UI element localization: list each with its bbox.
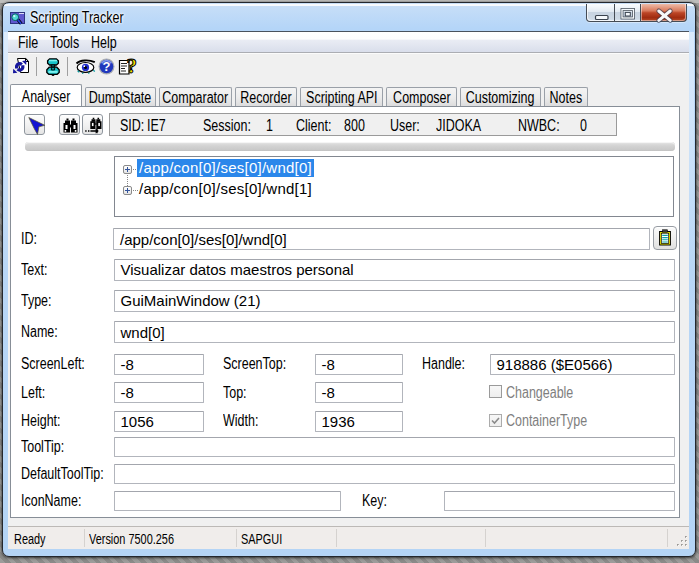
- svg-text:?: ?: [127, 54, 138, 78]
- svg-text:?: ?: [103, 59, 111, 74]
